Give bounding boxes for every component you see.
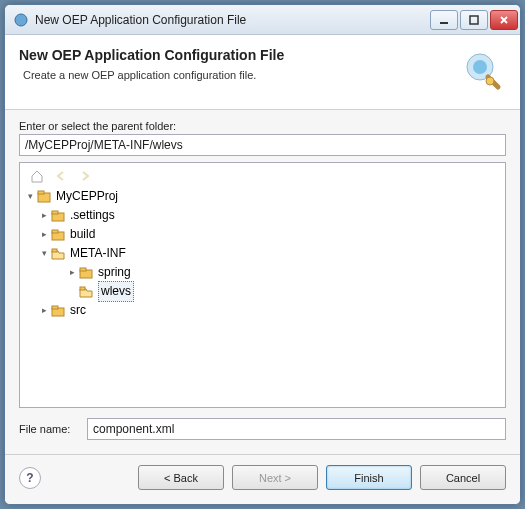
page-title: New OEP Application Configuration File xyxy=(19,47,458,63)
window-controls xyxy=(430,10,518,30)
filename-row: File name: xyxy=(19,418,506,440)
finish-button[interactable]: Finish xyxy=(326,465,412,490)
folder-open-icon xyxy=(50,246,66,262)
help-icon: ? xyxy=(26,471,33,485)
maximize-button[interactable] xyxy=(460,10,488,30)
wizard-footer: ? < Back Next > Finish Cancel xyxy=(5,454,520,504)
tree-node[interactable]: ▸ .settings xyxy=(38,206,501,225)
svg-rect-2 xyxy=(470,16,478,24)
back-button[interactable]: < Back xyxy=(138,465,224,490)
caret-icon: ▸ xyxy=(38,206,50,225)
caret-icon: ▾ xyxy=(24,187,36,206)
cancel-button[interactable]: Cancel xyxy=(420,465,506,490)
tree-node-label: MyCEPProj xyxy=(56,187,118,206)
tree-root[interactable]: ▾ MyCEPProj xyxy=(24,187,501,206)
svg-rect-7 xyxy=(38,191,44,194)
svg-rect-12 xyxy=(52,249,57,252)
svg-point-5 xyxy=(486,77,494,85)
svg-rect-1 xyxy=(440,22,448,24)
caret-icon: ▸ xyxy=(38,225,50,244)
tree-node[interactable]: ▸ src xyxy=(38,301,501,320)
caret-icon: ▸ xyxy=(66,263,78,282)
tree-node-label: wlevs xyxy=(98,281,134,302)
page-description: Create a new OEP application configurati… xyxy=(23,69,458,81)
folder-open-icon xyxy=(78,284,94,300)
parent-folder-input[interactable] xyxy=(19,134,506,156)
caret-icon: ▾ xyxy=(38,244,50,263)
svg-rect-11 xyxy=(52,230,58,233)
help-button[interactable]: ? xyxy=(19,467,41,489)
caret-icon: ▸ xyxy=(38,301,50,320)
wizard-window: New OEP Application Configuration File N… xyxy=(4,4,521,505)
svg-point-0 xyxy=(15,14,27,26)
svg-rect-15 xyxy=(80,287,85,290)
app-icon xyxy=(13,12,29,28)
folder-icon xyxy=(50,227,66,243)
svg-rect-14 xyxy=(80,268,86,271)
tree-node[interactable]: ▾ META-INF xyxy=(38,244,501,263)
tree-node-label: spring xyxy=(98,263,131,282)
tree-node-label: src xyxy=(70,301,86,320)
folder-icon xyxy=(50,208,66,224)
folder-icon xyxy=(50,303,66,319)
home-icon[interactable] xyxy=(28,167,46,185)
svg-rect-17 xyxy=(52,306,58,309)
tree-node-label: META-INF xyxy=(70,244,126,263)
wizard-body: Enter or select the parent folder: ▾ xyxy=(5,110,520,454)
window-title: New OEP Application Configuration File xyxy=(35,13,430,27)
back-arrow-icon xyxy=(52,167,70,185)
tree-node[interactable]: ▸ build xyxy=(38,225,501,244)
titlebar[interactable]: New OEP Application Configuration File xyxy=(5,5,520,35)
project-icon xyxy=(36,189,52,205)
next-button: Next > xyxy=(232,465,318,490)
tree-node[interactable]: ▸ spring xyxy=(66,263,501,282)
tree-node-label: .settings xyxy=(70,206,115,225)
forward-arrow-icon xyxy=(76,167,94,185)
wizard-banner-icon xyxy=(458,47,506,95)
folder-tree[interactable]: ▾ MyCEPProj ▸ .settings ▸ xyxy=(19,162,506,408)
filename-input[interactable] xyxy=(87,418,506,440)
svg-point-4 xyxy=(473,60,487,74)
svg-rect-9 xyxy=(52,211,58,214)
wizard-header: New OEP Application Configuration File C… xyxy=(5,35,520,110)
minimize-button[interactable] xyxy=(430,10,458,30)
parent-folder-label: Enter or select the parent folder: xyxy=(19,120,506,132)
tree-node-label: build xyxy=(70,225,95,244)
tree-toolbar xyxy=(24,165,501,187)
close-button[interactable] xyxy=(490,10,518,30)
tree-node-selected[interactable]: wlevs xyxy=(66,282,501,301)
filename-label: File name: xyxy=(19,423,79,435)
folder-icon xyxy=(78,265,94,281)
